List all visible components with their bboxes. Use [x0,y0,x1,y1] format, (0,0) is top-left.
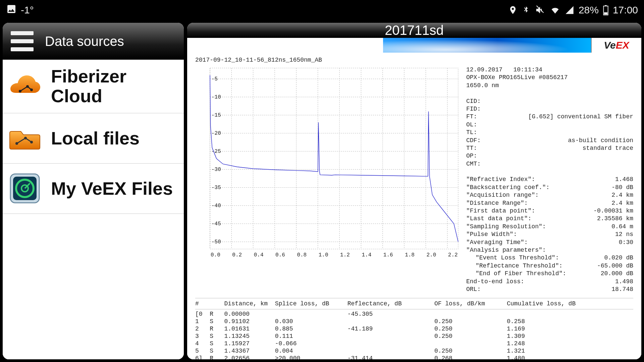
source-list: Fiberizer Cloud Local files My VeEX File… [3,60,184,359]
hamburger-icon[interactable] [11,30,34,53]
otdr-report[interactable]: VeEX 2017-09-12_10-11-56_812ns_1650nm_AB… [187,38,641,359]
svg-text:1.0: 1.0 [319,252,328,258]
sidebar-item-my-veex-files[interactable]: My VeEX Files [3,164,184,214]
veex-logo: VeEX [591,38,641,53]
svg-text:-35: -35 [211,185,221,191]
sidebar-title: Data sources [45,34,124,49]
svg-rect-2 [604,12,607,15]
svg-text:1.8: 1.8 [405,252,415,258]
location-icon [508,5,518,15]
cloud-icon [8,71,42,101]
svg-text:-20: -20 [211,130,221,136]
svg-text:0.2: 0.2 [232,252,242,258]
main-title-bar: 201711sd [187,23,641,38]
sidebar-item-label: Local files [51,128,140,148]
svg-point-5 [30,88,33,91]
sidebar-item-fiberizer-cloud[interactable]: Fiberizer Cloud [3,60,184,113]
svg-text:2.2: 2.2 [448,252,458,258]
status-left: -1° [6,4,34,17]
status-temperature: -1° [21,4,34,16]
svg-text:1.2: 1.2 [340,252,350,258]
svg-text:2.0: 2.0 [426,252,436,258]
svg-point-8 [30,141,33,143]
svg-text:-45: -45 [211,221,221,227]
sidebar-item-local-files[interactable]: Local files [3,113,184,164]
report-banner: VeEX [187,38,641,53]
svg-point-4 [26,85,29,88]
svg-text:0.8: 0.8 [297,252,307,258]
svg-text:-50: -50 [211,239,221,245]
svg-text:1.6: 1.6 [383,252,393,258]
svg-text:-10: -10 [211,94,221,100]
battery-percent: 28% [579,4,599,16]
sidebar-item-label: My VeEX Files [51,179,173,198]
signal-icon [565,5,575,15]
svg-text:-15: -15 [211,112,221,118]
status-right: 28% 17:00 [508,4,638,16]
svg-rect-1 [605,5,606,6]
battery-icon [603,5,609,15]
events-table: # Distance, km Splice loss, dB Reflectan… [195,298,633,359]
veex-app-icon [8,173,42,203]
banner-graphic [383,38,591,53]
svg-text:0.4: 0.4 [254,252,264,258]
svg-text:0.6: 0.6 [275,252,285,258]
otdr-plot[interactable]: -5-10-15-20-25-30-35-40-45-500.00.20.40.… [195,66,460,293]
sidebar-title-bar: Data sources [3,23,184,60]
measurement-metadata: 12.09.2017 10:11:34OPX-BOXe PRO165Live #… [466,66,633,293]
status-bar: -1° 28% 17:00 [0,0,644,20]
wifi-icon [550,5,560,15]
folder-icon [8,123,42,153]
svg-point-3 [19,90,21,93]
svg-point-7 [24,137,27,139]
svg-text:0.0: 0.0 [211,252,220,258]
bluetooth-icon [522,5,530,15]
sidebar-item-label: Fiberizer Cloud [51,66,178,106]
svg-rect-14 [210,68,458,249]
svg-text:1.4: 1.4 [362,252,371,258]
svg-text:-30: -30 [211,167,221,173]
sidebar-pane: Data sources Fiberizer Cloud Local files [3,23,184,359]
svg-point-6 [15,142,18,145]
svg-text:-5: -5 [211,76,218,82]
mute-vibrate-icon [534,5,546,15]
picture-icon [6,4,17,17]
status-time: 17:00 [613,4,638,16]
svg-text:-40: -40 [211,203,221,209]
main-title: 201711sd [385,23,444,38]
main-pane: 201711sd VeEX 2017-09-12_10-11-56_812ns_… [187,23,641,359]
trace-title: 2017-09-12_10-11-56_812ns_1650nm_AB [195,57,633,63]
